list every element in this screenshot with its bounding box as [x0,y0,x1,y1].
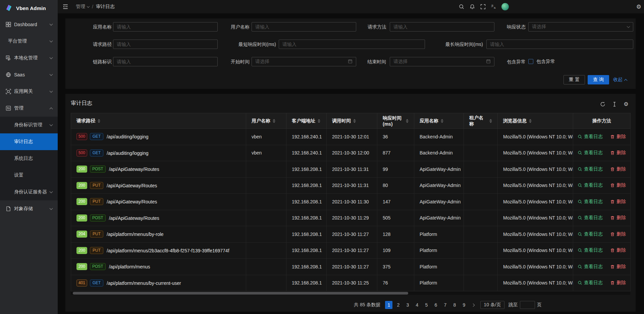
max-response-time-input[interactable] [486,40,633,49]
page-button[interactable]: 3 [404,301,411,309]
table-row[interactable]: 200POST/api/platform/menus 192.168.208.1… [71,259,631,275]
view-log-button[interactable]: 查看日志 [578,134,603,140]
translate-icon[interactable]: 文A [491,4,496,10]
delete-button[interactable]: 删除 [610,150,626,156]
table-row[interactable]: 500GET/api/auditing/logging vben 192.168… [71,129,631,145]
page-button[interactable]: 5 [423,301,430,309]
request-path-cell: 200PUT/api/ApiGateway/Routes [71,177,246,194]
sidebar-item-identity-management[interactable]: 身份标识管理 [0,117,58,133]
horizontal-scrollbar-track[interactable] [71,292,630,295]
delete-button[interactable]: 删除 [610,280,626,286]
table-row[interactable]: 200PUT/api/ApiGateway/Routes 192.168.208… [71,177,631,194]
gear-icon[interactable]: ⚙ [636,0,641,13]
sidebar-item-audit-log[interactable]: 审计日志 [0,133,58,150]
table-row[interactable]: 200PUT/api/ApiGateway/Routes 192.168.208… [71,194,631,210]
sort-icon[interactable] [441,119,443,123]
col-client-ip[interactable]: 客户端地址 [286,113,327,129]
view-log-button[interactable]: 查看日志 [578,280,603,286]
view-log-button[interactable]: 查看日志 [578,231,603,237]
delete-button[interactable]: 删除 [610,231,626,237]
collapse-filter-link[interactable]: 收起 [613,75,627,84]
sidebar-item-saas[interactable]: Saas [0,66,58,83]
app-name-input[interactable] [113,22,218,32]
view-log-button[interactable]: 查看日志 [578,247,603,253]
fullscreen-icon[interactable] [480,4,486,10]
page-button[interactable]: 6 [432,301,439,309]
view-log-button[interactable]: 查看日志 [578,150,603,156]
table-row[interactable]: 200PUT/api/platform/menus/2b3accf8-4fb8-… [71,242,631,259]
sort-icon[interactable] [529,119,532,123]
page-button[interactable]: 7 [441,301,449,309]
refresh-icon[interactable] [600,101,605,107]
menu-fold-icon[interactable] [62,4,68,10]
delete-button[interactable]: 删除 [610,199,626,205]
request-path-cell: 500GET/api/auditing/logging [71,145,246,161]
table-row[interactable]: 200POST/api/ApiGateway/Routes 192.168.20… [71,210,631,226]
delete-button[interactable]: 删除 [610,166,626,172]
exception-checkbox[interactable] [528,59,533,64]
sort-icon[interactable] [98,119,100,123]
sort-icon[interactable] [489,119,492,123]
delete-button[interactable]: 删除 [610,134,626,140]
delete-button[interactable]: 删除 [610,182,626,188]
end-time-picker[interactable]: 请选择 [390,57,494,66]
col-browser-info[interactable]: 浏览器信息 [498,113,573,129]
request-method-input[interactable] [390,22,494,32]
table-row[interactable]: 500GET/api/auditing/logging vben 192.168… [71,145,631,161]
reset-button[interactable]: 重 置 [564,75,585,84]
call-time-cell: 2021-10-30 11:25 [327,275,377,291]
sidebar-item-management[interactable]: 管理 [0,100,58,117]
table-row[interactable]: 200POST/api/ApiGateway/Routes 192.168.20… [71,161,631,178]
sidebar-item-settings[interactable]: 设置 [0,167,58,184]
next-page-button[interactable] [470,301,477,309]
col-request-path[interactable]: 请求路径 [71,113,246,129]
sidebar-item-identity-server[interactable]: 身份认证服务器 [0,184,58,200]
column-settings-icon[interactable]: ⚙ [623,101,629,107]
chevron-down-icon [50,89,53,93]
breadcrumb-parent[interactable]: 管理 [76,4,89,10]
sidebar-item-object-storage[interactable]: 对象存储 [0,200,58,217]
view-log-button[interactable]: 查看日志 [578,215,603,221]
sidebar-item-system-log[interactable]: 系统日志 [0,150,58,167]
bell-icon[interactable] [469,4,475,10]
view-log-button[interactable]: 查看日志 [578,264,603,270]
view-log-button[interactable]: 查看日志 [578,166,603,172]
sort-icon[interactable] [406,119,409,123]
table-row[interactable]: 204PUT/api/platform/menus/by-role 192.16… [71,226,631,243]
page-button[interactable]: 2 [394,301,402,309]
sidebar-item-localization[interactable]: A 本地化管理 [0,50,58,66]
trace-id-input[interactable] [113,57,218,66]
response-status-select[interactable]: 请选择 [528,22,633,32]
query-button[interactable]: 查 询 [588,75,609,84]
delete-button[interactable]: 删除 [610,247,626,253]
delete-button[interactable]: 删除 [610,264,626,270]
delete-button[interactable]: 删除 [610,215,626,221]
min-response-time-input[interactable] [279,40,425,49]
col-tenant-name[interactable]: 租户名称 [464,113,498,129]
page-button[interactable]: 9 [460,301,468,309]
sidebar-item-platform[interactable]: 平台管理 [0,33,58,50]
col-elapsed[interactable]: 响应时间(ms) [377,113,414,129]
col-app-name[interactable]: 应用名称 [414,113,464,129]
view-log-button[interactable]: 查看日志 [578,182,603,188]
page-button[interactable]: 1 [385,301,392,309]
sort-icon[interactable] [353,119,356,123]
col-user-name[interactable]: 用户名称 [246,113,286,129]
request-path-input[interactable] [113,40,218,49]
col-call-time[interactable]: 调用时间 [327,113,377,129]
horizontal-scrollbar-thumb[interactable] [73,292,408,295]
view-log-button[interactable]: 查看日志 [578,199,603,205]
avatar[interactable] [501,3,509,10]
jump-to-input[interactable] [520,301,535,309]
search-icon[interactable] [459,4,464,10]
sort-icon[interactable] [273,119,275,123]
sort-icon[interactable] [318,119,320,123]
table-row[interactable]: 401GET/api/platform/menus/by-current-use… [71,275,631,291]
logo[interactable]: Vben Admin [0,0,58,16]
page-button[interactable]: 4 [413,301,421,309]
sidebar-item-gateway[interactable]: 应用网关 [0,83,58,100]
row-height-icon[interactable] [611,101,617,107]
page-button[interactable]: 8 [451,301,458,309]
sidebar-item-dashboard[interactable]: Dashboard [0,16,58,33]
page-size-select[interactable]: 10 条/页 [480,301,504,309]
